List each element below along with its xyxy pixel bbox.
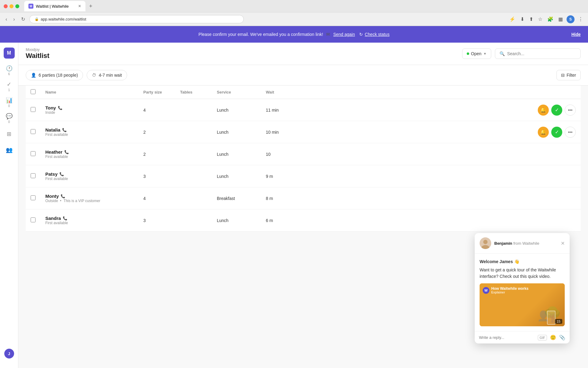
guest-name: Tony 📞	[45, 105, 134, 110]
tab-close-button[interactable]: ✕	[78, 4, 81, 8]
maximize-window-button[interactable]	[15, 4, 19, 8]
row-checkbox[interactable]	[31, 107, 36, 112]
col-header-actions	[298, 86, 581, 99]
new-tab-button[interactable]: +	[87, 2, 95, 11]
guest-name: Patsy 📞	[45, 171, 134, 177]
tab-title: Waitlist | Waitwhile	[36, 4, 69, 9]
sidebar-clock-count: 6	[8, 72, 10, 76]
active-tab[interactable]: M Waitlist | Waitwhile ✕	[24, 1, 85, 11]
row-checkbox[interactable]	[31, 129, 36, 134]
table-body: Tony 📞 Inside 4 Lunch 11 min 🔔 ✓	[26, 99, 581, 232]
row-checkbox[interactable]	[31, 173, 36, 178]
forward-button[interactable]: ›	[11, 15, 17, 23]
gif-button[interactable]: GIF	[538, 335, 547, 340]
waitwhile-logo-icon: W	[483, 287, 489, 294]
party-size: 2	[143, 152, 146, 157]
select-all-checkbox[interactable]	[31, 89, 36, 94]
minimize-window-button[interactable]	[9, 4, 13, 8]
wait-text: 9 m	[266, 174, 273, 179]
close-window-button[interactable]	[4, 4, 8, 8]
guest-sub: First available	[45, 221, 134, 225]
address-bar[interactable]: 🔒 app.waitwhile.com/waitlist	[29, 15, 244, 23]
send-again-link[interactable]: Send again	[333, 32, 355, 37]
url-text: app.waitwhile.com/waitlist	[41, 17, 86, 21]
sidebar-item-users[interactable]: 👥	[2, 143, 16, 157]
chat-company: from Waitwhile	[513, 241, 539, 246]
sidebar-item-check[interactable]: ✓ 1	[2, 79, 16, 93]
timer-icon: ⏱	[92, 73, 96, 78]
filter-button[interactable]: ⊟ Filter	[556, 70, 581, 80]
chat-close-button[interactable]: ✕	[561, 240, 565, 246]
parties-stat: 👤 6 parties (18 people)	[26, 70, 83, 80]
back-button[interactable]: ‹	[4, 15, 9, 23]
attachment-button[interactable]: 📎	[559, 335, 565, 340]
seat-button[interactable]: ✓	[551, 127, 562, 138]
check-status-link[interactable]: Check status	[365, 32, 390, 37]
share-icon[interactable]: ⬆	[528, 15, 534, 23]
notify-button[interactable]: 🔔	[538, 105, 549, 116]
app-header-right: Open ▼ 🔍	[462, 48, 581, 59]
col-header-wait: Wait	[261, 86, 298, 99]
chat-header: Benjamin from Waitwhile ✕	[475, 233, 570, 254]
svg-point-1	[483, 240, 488, 244]
row-checkbox[interactable]	[31, 195, 36, 200]
bookmark-icon[interactable]: ☆	[537, 15, 544, 23]
chat-video-embed[interactable]: 🌳 👤 W How Waitwhile works Explainer ▶ 15	[480, 283, 565, 326]
status-indicator	[467, 52, 469, 55]
browser-profile-avatar[interactable]: S	[567, 15, 575, 23]
phone-icon: 📞	[64, 150, 69, 154]
guest-sub: First available	[45, 177, 134, 181]
more-button[interactable]: •••	[565, 127, 576, 138]
sidebar-item-grid[interactable]: ⊞	[2, 127, 16, 141]
col-header-tables: Tables	[175, 86, 212, 99]
sidebar-item-chat[interactable]: 💬 0	[2, 111, 16, 125]
notify-button[interactable]: 🔔	[538, 127, 549, 138]
wait-text: 10 min	[266, 130, 279, 135]
waitlist-toolbar: 👤 6 parties (18 people) ⏱ 4-7 min wait ⊟…	[18, 65, 588, 86]
menu-icon[interactable]: ⋮	[577, 15, 584, 23]
filter-label: Filter	[567, 73, 576, 78]
guest-name: Heather 📞	[45, 149, 134, 155]
clock-icon: 🕐	[6, 65, 13, 72]
phone-icon: 📞	[61, 194, 65, 198]
seat-button[interactable]: ✓	[551, 105, 562, 116]
app-subtitle: Moodjoy	[26, 48, 457, 52]
sidebar-item-chart[interactable]: 📊 0	[2, 95, 16, 109]
more-button[interactable]: •••	[565, 105, 576, 116]
sidebar-user-avatar[interactable]: J	[4, 349, 14, 358]
sidebar-item-clock[interactable]: 🕐 6	[2, 63, 16, 77]
search-bar[interactable]: 🔍	[495, 48, 581, 59]
wait-stat: ⏱ 4-7 min wait	[87, 70, 127, 80]
row-checkbox[interactable]	[31, 151, 36, 156]
sidebar-chat-count: 0	[8, 120, 10, 124]
sidebar-chart-count: 0	[8, 104, 10, 108]
table-row: Sandra 📞 First available 3 Lunch 6 m	[26, 209, 581, 232]
phone-icon: 📞	[59, 172, 64, 176]
chat-avatar	[480, 237, 491, 249]
sidebar-toggle-icon[interactable]: ▦	[557, 15, 564, 23]
row-checkbox[interactable]	[31, 217, 36, 222]
table-row: Heather 📞 First available 2 Lunch 10	[26, 143, 581, 165]
download-icon[interactable]: ⬇	[519, 15, 526, 23]
party-size: 4	[143, 196, 146, 201]
search-input[interactable]	[507, 51, 576, 56]
sidebar: M 🕐 6 ✓ 1 📊 0 💬 0 ⊞ 👥	[0, 43, 18, 368]
banner-message: Please confirm your email. We've emailed…	[198, 32, 323, 37]
hide-banner-button[interactable]: Hide	[571, 32, 581, 37]
service-text: Breakfast	[217, 196, 235, 201]
service-text: Lunch	[217, 152, 228, 157]
reload-button[interactable]: ↻	[19, 15, 27, 23]
status-button[interactable]: Open ▼	[462, 48, 491, 59]
video-timer: 15	[555, 319, 562, 324]
filter-icon: ⊟	[561, 73, 565, 78]
emoji-button[interactable]: 🙂	[550, 335, 556, 340]
chat-footer-icons: GIF 🙂 📎	[538, 335, 565, 340]
search-icon: 🔍	[499, 51, 505, 56]
chat-reply-input[interactable]	[479, 335, 535, 340]
puzzle-icon[interactable]: 🧩	[546, 15, 555, 23]
table-header: Name Party size Tables Service Wait	[26, 86, 581, 99]
party-size: 3	[143, 174, 146, 179]
wait-text: 8 m	[266, 196, 273, 201]
extensions-icon[interactable]: ⚡	[508, 15, 517, 23]
party-size: 3	[143, 218, 146, 223]
